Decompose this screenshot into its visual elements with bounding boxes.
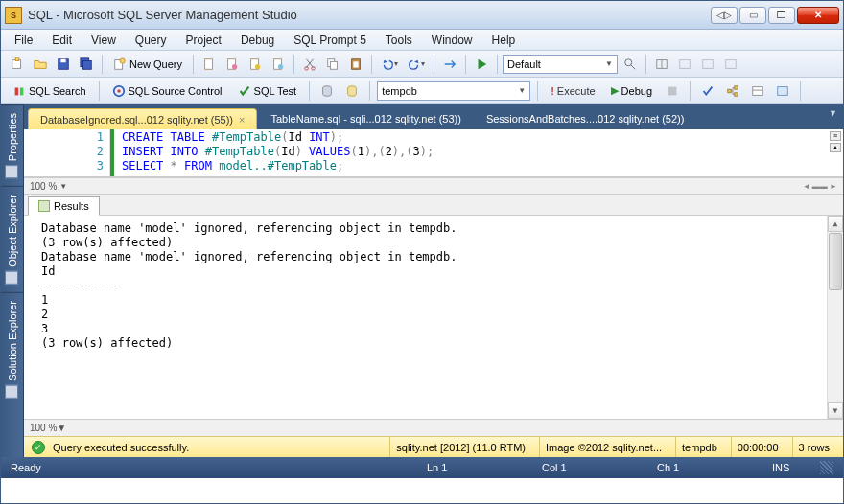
redo-button[interactable]: ▾ bbox=[404, 54, 429, 75]
new-query-button[interactable]: New Query bbox=[107, 54, 188, 75]
sidetab-properties[interactable]: Properties bbox=[1, 104, 23, 186]
menu-project[interactable]: Project bbox=[178, 32, 229, 49]
cut-button[interactable] bbox=[299, 54, 320, 75]
sql-test-label: SQL Test bbox=[254, 85, 297, 97]
chevron-down-icon[interactable]: ▼ bbox=[57, 423, 66, 433]
tab-overflow-button[interactable]: ▼ bbox=[829, 108, 837, 118]
svg-rect-24 bbox=[680, 59, 691, 68]
chevron-down-icon[interactable]: ▼ bbox=[59, 182, 67, 191]
scroll-up-button[interactable]: ▲ bbox=[828, 216, 843, 232]
script-button-2[interactable] bbox=[222, 54, 243, 75]
svg-rect-25 bbox=[703, 59, 714, 68]
code-text[interactable]: CREATE TABLE #TempTable(Id INT);INSERT I… bbox=[114, 129, 843, 176]
menu-help[interactable]: Help bbox=[484, 32, 524, 49]
stop-button[interactable] bbox=[662, 80, 683, 102]
menubar: File Edit View Query Project Debug SQL P… bbox=[1, 30, 843, 51]
menu-file[interactable]: File bbox=[7, 32, 40, 49]
db-icon-button[interactable] bbox=[316, 80, 338, 102]
menu-tools[interactable]: Tools bbox=[378, 32, 420, 49]
debug-button[interactable]: ▶ Debug bbox=[605, 80, 658, 102]
find-button[interactable] bbox=[620, 54, 641, 75]
tab-databaseignored[interactable]: DatabaseIgnored.sql...012 sqlity.net (55… bbox=[28, 108, 257, 129]
undo-button[interactable]: ▾ bbox=[377, 54, 402, 75]
saveall-button[interactable] bbox=[76, 54, 97, 75]
run-button[interactable] bbox=[471, 54, 492, 75]
zoom-value[interactable]: 100 % bbox=[30, 181, 57, 192]
menu-window[interactable]: Window bbox=[424, 32, 481, 49]
layout-button-3[interactable] bbox=[697, 54, 718, 75]
svg-point-14 bbox=[278, 64, 283, 69]
menu-view[interactable]: View bbox=[83, 32, 124, 49]
options-button-1[interactable] bbox=[747, 80, 768, 102]
scroll-up-button[interactable]: ▲ bbox=[830, 143, 841, 152]
parse-button[interactable] bbox=[697, 80, 718, 102]
scroll-thumb[interactable] bbox=[829, 233, 842, 290]
copy-button[interactable] bbox=[322, 54, 343, 75]
resize-grip[interactable] bbox=[820, 461, 833, 474]
results-line: Database name 'model' ignored, referenci… bbox=[41, 221, 826, 236]
minimize-button[interactable]: ▭ bbox=[739, 7, 766, 24]
tab-tablename[interactable]: TableName.sql - sqli...012 sqlity.net (5… bbox=[259, 108, 473, 129]
results-line: (3 row(s) affected) bbox=[41, 336, 826, 351]
scroll-track[interactable] bbox=[828, 232, 843, 402]
close-button[interactable]: ✕ bbox=[797, 7, 839, 24]
split-handle[interactable]: ≡ bbox=[830, 131, 841, 141]
sidetab-object-explorer[interactable]: Object Explorer bbox=[1, 186, 23, 292]
sql-test-button[interactable]: SQL Test bbox=[232, 80, 303, 102]
config-combo[interactable]: Default▼ bbox=[503, 55, 618, 74]
hscroll-indicator: ◄ ▬▬ ► bbox=[803, 182, 837, 191]
new-project-button[interactable] bbox=[7, 54, 28, 75]
status-ch: Ch 1 bbox=[657, 462, 772, 473]
sql-source-control-button[interactable]: SQL Source Control bbox=[106, 80, 228, 102]
results-tab[interactable]: Results bbox=[28, 196, 100, 216]
results-icon bbox=[38, 200, 50, 212]
sql-search-label: SQL Search bbox=[29, 85, 86, 97]
options-button-2[interactable] bbox=[772, 80, 793, 102]
success-icon: ✓ bbox=[32, 441, 45, 454]
nav-back-button[interactable]: ◁▷ bbox=[711, 7, 738, 24]
separator bbox=[293, 55, 294, 74]
separator bbox=[371, 55, 372, 74]
menu-edit[interactable]: Edit bbox=[44, 32, 80, 49]
nav-button[interactable] bbox=[439, 54, 460, 75]
script-button-3[interactable] bbox=[245, 54, 266, 75]
menu-debug[interactable]: Debug bbox=[233, 32, 282, 49]
layout-button-4[interactable] bbox=[720, 54, 741, 75]
database-combo-value: tempdb bbox=[382, 85, 417, 97]
layout-button-2[interactable] bbox=[674, 54, 695, 75]
svg-point-7 bbox=[120, 57, 125, 62]
execute-button[interactable]: ! Execute bbox=[545, 80, 600, 102]
zoom-value[interactable]: 100 % bbox=[30, 423, 57, 433]
results-scrollbar[interactable]: ▲ ▼ bbox=[827, 216, 843, 419]
status-ins: INS bbox=[772, 462, 820, 473]
results-line: Id bbox=[41, 264, 826, 279]
save-button[interactable] bbox=[53, 54, 74, 75]
editor-area: DatabaseIgnored.sql...012 sqlity.net (55… bbox=[24, 104, 843, 457]
tab-sessions[interactable]: SessionsAndBatches....012 sqlity.net (52… bbox=[475, 108, 695, 129]
separator bbox=[309, 81, 310, 101]
separator bbox=[369, 81, 370, 101]
database-combo[interactable]: tempdb▼ bbox=[377, 81, 530, 101]
chevron-down-icon: ▼ bbox=[605, 59, 613, 68]
code-editor[interactable]: 1 2 3 CREATE TABLE #TempTable(Id INT);IN… bbox=[24, 129, 843, 177]
script-button-4[interactable] bbox=[268, 54, 289, 75]
svg-rect-1 bbox=[15, 57, 19, 61]
sidetab-label: Properties bbox=[7, 113, 18, 161]
estimated-plan-button[interactable] bbox=[722, 80, 743, 102]
scroll-down-button[interactable]: ▼ bbox=[828, 402, 843, 419]
line-gutter: 1 2 3 bbox=[24, 129, 110, 176]
sidetab-solution-explorer[interactable]: Solution Explorer bbox=[1, 292, 23, 406]
open-button[interactable] bbox=[30, 54, 51, 75]
menu-sqlprompt[interactable]: SQL Prompt 5 bbox=[286, 32, 374, 49]
results-zoom-bar: 100 %▼ bbox=[24, 419, 843, 436]
chevron-down-icon: ▼ bbox=[518, 86, 526, 95]
change-connection-button[interactable] bbox=[341, 80, 363, 102]
paste-button[interactable] bbox=[345, 54, 366, 75]
menu-query[interactable]: Query bbox=[128, 32, 175, 49]
maximize-button[interactable]: 🗖 bbox=[768, 7, 795, 24]
sql-search-button[interactable]: SQL Search bbox=[7, 80, 92, 102]
results-pane[interactable]: Database name 'model' ignored, referenci… bbox=[24, 216, 843, 419]
layout-button-1[interactable] bbox=[651, 54, 672, 75]
close-tab-icon[interactable]: × bbox=[239, 114, 245, 126]
script-button-1[interactable] bbox=[199, 54, 220, 75]
